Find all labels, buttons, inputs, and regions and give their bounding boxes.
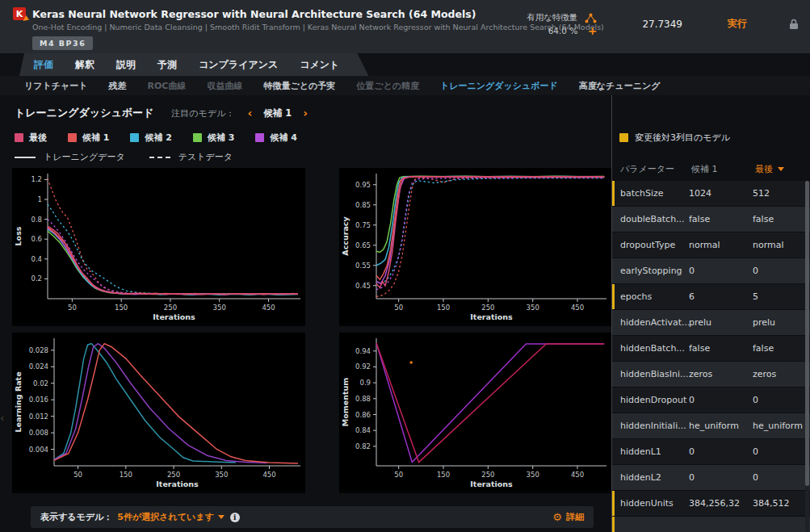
column-last-sort[interactable]: 最後 bbox=[755, 163, 810, 175]
subtab-predicted-vs-actual[interactable]: 特徴量ごとの予実 bbox=[263, 80, 335, 92]
parameter-rows: batchSize1024512doubleBatch...falsefalse… bbox=[612, 181, 810, 532]
param-row-dropoutType: dropoutTypenormalnormal bbox=[612, 232, 810, 258]
svg-text:0.028: 0.028 bbox=[29, 346, 48, 354]
models-selection-dropdown[interactable]: 5件が選択されています bbox=[117, 511, 213, 523]
legend-last[interactable]: 最後 bbox=[15, 132, 47, 144]
legend-candidate-2[interactable]: 候補 2 bbox=[130, 132, 171, 144]
info-icon[interactable]: i bbox=[230, 513, 240, 522]
svg-text:Iterations: Iterations bbox=[156, 480, 199, 488]
legend-candidate-1[interactable]: 候補 1 bbox=[68, 132, 109, 144]
table-scrollbar-thumb[interactable] bbox=[805, 181, 809, 486]
svg-text:150: 150 bbox=[437, 471, 450, 479]
primary-tabs: 評価解釈説明予測コンプライアンスコメント bbox=[19, 53, 368, 76]
param-last: 0 bbox=[753, 472, 810, 483]
svg-text:0.008: 0.008 bbox=[29, 429, 48, 437]
param-cand: he_uniform bbox=[689, 421, 753, 431]
param-cand: zeros bbox=[689, 369, 753, 379]
legend-candidate-4[interactable]: 候補 4 bbox=[255, 132, 296, 144]
table-scrollbar bbox=[805, 181, 809, 532]
svg-text:450: 450 bbox=[571, 471, 584, 479]
svg-text:0.004: 0.004 bbox=[29, 446, 48, 454]
chevron-down-icon[interactable] bbox=[218, 515, 225, 519]
svg-text:0.02: 0.02 bbox=[33, 379, 48, 387]
model-title: Keras Neural Network Regressor with Neur… bbox=[32, 8, 476, 20]
svg-text:0.65: 0.65 bbox=[355, 241, 371, 249]
test-data-label: テストデータ bbox=[178, 151, 233, 163]
svg-text:0.88: 0.88 bbox=[355, 395, 371, 403]
run-button[interactable]: 実行 bbox=[728, 17, 747, 31]
param-name: batchSize bbox=[620, 188, 689, 199]
feature-network-icon[interactable] bbox=[585, 13, 597, 23]
next-model-icon[interactable]: › bbox=[303, 108, 308, 118]
param-name: dropoutType bbox=[620, 240, 689, 250]
svg-text:Learning Rate: Learning Rate bbox=[14, 371, 23, 432]
param-row-earlyStopping: earlyStopping00 bbox=[612, 258, 810, 283]
column-candidate-1: 候補 1 bbox=[691, 163, 755, 175]
app-root: K Keras Neural Network Regressor with Ne… bbox=[0, 0, 810, 532]
column-last-label: 最後 bbox=[755, 163, 773, 175]
param-cand: 0 bbox=[689, 446, 753, 457]
svg-text:0.55: 0.55 bbox=[355, 262, 371, 270]
svg-text:450: 450 bbox=[571, 304, 584, 312]
displayed-models-bar: 表示するモデル： 5件が選択されています i ⚙ 詳細 bbox=[31, 506, 594, 528]
series-legend: 最後候補 1候補 2候補 3候補 4 bbox=[15, 132, 611, 144]
subtab-residuals[interactable]: 残差 bbox=[109, 80, 127, 92]
tab-understand[interactable]: 解釈 bbox=[75, 58, 94, 72]
svg-text:Iterations: Iterations bbox=[470, 312, 513, 321]
svg-text:0.75: 0.75 bbox=[355, 221, 371, 229]
param-last: normal bbox=[753, 240, 810, 250]
param-cand: 384,256,32 bbox=[689, 498, 753, 509]
sort-descending-icon bbox=[778, 167, 784, 171]
chart-learning-rate: 0.0040.0080.0120.0160.020.0240.028501502… bbox=[12, 333, 305, 493]
param-row-batchSize: batchSize1024512 bbox=[612, 181, 810, 206]
svg-text:0.45: 0.45 bbox=[355, 282, 371, 290]
param-last: he_uniform bbox=[753, 421, 810, 431]
svg-text:250: 250 bbox=[481, 304, 494, 312]
tab-predict[interactable]: 予測 bbox=[157, 58, 177, 72]
param-row-partial bbox=[612, 517, 810, 532]
details-button[interactable]: ⚙ 詳細 bbox=[552, 511, 584, 523]
tab-comments[interactable]: コメント bbox=[300, 58, 339, 72]
legend-label-candidate-2: 候補 2 bbox=[145, 132, 171, 144]
param-row-hiddenInitiali: hiddenInitiali...he_uniformhe_uniform bbox=[612, 413, 810, 438]
svg-text:50: 50 bbox=[394, 304, 403, 312]
svg-text:Iterations: Iterations bbox=[470, 480, 513, 488]
gear-icon: ⚙ bbox=[552, 512, 562, 522]
subtab-lift-chart[interactable]: リフトチャート bbox=[24, 80, 88, 92]
svg-text:150: 150 bbox=[120, 471, 132, 479]
tab-describe[interactable]: 説明 bbox=[116, 58, 136, 72]
param-last: zeros bbox=[753, 369, 810, 379]
details-label: 詳細 bbox=[566, 511, 584, 523]
tab-compliance[interactable]: コンプライアンス bbox=[199, 58, 278, 72]
subtab-advanced-tuning[interactable]: 高度なチューニング bbox=[579, 80, 661, 92]
model-badge: M4 BP36 bbox=[32, 36, 93, 50]
param-last: 5 bbox=[753, 291, 810, 302]
svg-text:150: 150 bbox=[437, 304, 450, 312]
content-area: ‹ トレーニングダッシュボード 注目のモデル： ‹ 候補 1 › 最後候補 1候… bbox=[0, 95, 810, 532]
svg-text:50: 50 bbox=[394, 471, 403, 479]
lock-icon[interactable] bbox=[789, 19, 799, 30]
add-feature-icon[interactable]: + bbox=[588, 27, 598, 35]
displayed-models-label: 表示するモデル： bbox=[40, 511, 112, 523]
param-row-hiddenBatch: hiddenBatch...falsefalse bbox=[612, 336, 810, 361]
subtab-training-dashboard[interactable]: トレーニングダッシュボード bbox=[440, 80, 558, 92]
svg-text:0.012: 0.012 bbox=[29, 413, 48, 421]
chart-svg-learning-rate: 0.0040.0080.0120.0160.020.0240.028501502… bbox=[12, 333, 305, 490]
param-cand: 0 bbox=[689, 395, 753, 405]
legend-swatch-candidate-4 bbox=[255, 133, 264, 142]
param-last: 0 bbox=[753, 266, 810, 276]
svg-text:0.95: 0.95 bbox=[355, 181, 371, 189]
feature-percentage: 64.0 % bbox=[548, 26, 578, 36]
tab-evaluate[interactable]: 評価 bbox=[34, 58, 53, 72]
param-name: hiddenL2 bbox=[620, 472, 689, 483]
previous-model-icon[interactable]: ‹ bbox=[247, 108, 252, 118]
svg-text:1.2: 1.2 bbox=[31, 175, 42, 183]
svg-text:0.86: 0.86 bbox=[355, 411, 371, 419]
page-title: トレーニングダッシュボード bbox=[15, 106, 153, 120]
legend-candidate-3[interactable]: 候補 3 bbox=[193, 132, 234, 144]
param-last: false bbox=[753, 214, 810, 224]
chart-accuracy: 0.450.550.650.750.850.9550150250350450It… bbox=[339, 168, 611, 326]
changed-legend-swatch bbox=[619, 133, 628, 142]
legend-swatch-candidate-2 bbox=[130, 133, 139, 142]
svg-text:0.94: 0.94 bbox=[355, 347, 371, 355]
